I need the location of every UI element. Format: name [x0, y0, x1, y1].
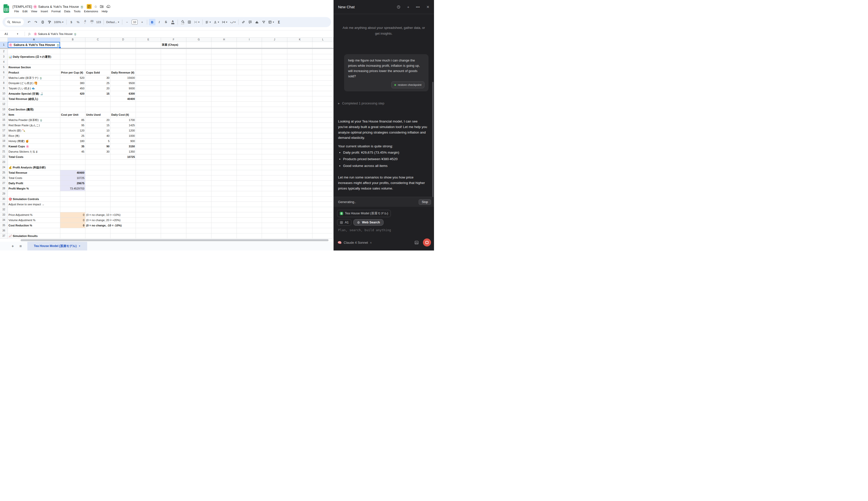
- cell-H9[interactable]: [211, 86, 237, 91]
- cell-B18[interactable]: 25: [60, 133, 85, 139]
- cell-D5[interactable]: [111, 65, 136, 70]
- cell-G13[interactable]: [186, 107, 211, 112]
- cell-H3[interactable]: [211, 54, 237, 60]
- cell-H18[interactable]: [211, 133, 237, 139]
- cell-A34[interactable]: Volume Adjustment %: [8, 217, 60, 223]
- vertical-align-button[interactable]: ▼: [213, 19, 220, 25]
- row-header-28[interactable]: 28: [0, 186, 8, 191]
- more-options-icon[interactable]: •••: [416, 5, 420, 9]
- cell-D31[interactable]: [111, 202, 136, 207]
- cell-E19[interactable]: [136, 139, 161, 144]
- cell-K16[interactable]: [287, 123, 312, 128]
- text-wrap-button[interactable]: ▼: [221, 19, 229, 25]
- cell-J10[interactable]: [262, 91, 287, 96]
- cell-G24[interactable]: [186, 165, 211, 170]
- cell-I15[interactable]: [237, 117, 262, 123]
- cell-L15[interactable]: [312, 117, 334, 123]
- cell-H4[interactable]: [211, 60, 237, 65]
- cell-I37[interactable]: [237, 233, 262, 239]
- cell-F1[interactable]: 茶屋 (Chaya): [161, 42, 186, 48]
- cell-B36[interactable]: [60, 228, 85, 233]
- insert-chart-button[interactable]: [254, 19, 260, 25]
- cell-G8[interactable]: [186, 81, 211, 86]
- cell-D7[interactable]: 15600: [111, 75, 136, 81]
- cell-D36[interactable]: [111, 228, 136, 233]
- cell-J24[interactable]: [262, 165, 287, 170]
- row-header-29[interactable]: 29: [0, 191, 8, 196]
- cell-J27[interactable]: [262, 181, 287, 186]
- insert-comment-button[interactable]: [247, 19, 253, 25]
- cell-E8[interactable]: [136, 81, 161, 86]
- cell-K33[interactable]: [287, 212, 312, 217]
- cell-B5[interactable]: [60, 65, 85, 70]
- cell-K34[interactable]: [287, 217, 312, 223]
- cell-F17[interactable]: [161, 128, 186, 133]
- column-header-D[interactable]: D: [111, 38, 136, 42]
- row-header-35[interactable]: 35: [0, 223, 8, 228]
- cell-C14[interactable]: Units Used: [85, 112, 111, 117]
- borders-button[interactable]: [186, 19, 192, 25]
- model-selector[interactable]: 🧠 Claude 4 Sonnet ∧: [337, 241, 372, 244]
- cell-L9[interactable]: [312, 86, 334, 91]
- cell-H28[interactable]: [211, 186, 237, 191]
- horizontal-align-button[interactable]: ▼: [205, 19, 212, 25]
- cell-G2[interactable]: [186, 49, 211, 54]
- cell-D6[interactable]: Daily Revenue (¥): [111, 70, 136, 75]
- cell-G15[interactable]: [186, 117, 211, 123]
- cell-C36[interactable]: [85, 228, 111, 233]
- cell-E29[interactable]: [136, 191, 161, 196]
- cell-L16[interactable]: [312, 123, 334, 128]
- cell-E22[interactable]: [136, 154, 161, 160]
- cell-B14[interactable]: Cost per Unit: [60, 112, 85, 117]
- cell-D28[interactable]: [111, 186, 136, 191]
- formula-input[interactable]: 🌸 Sakura & Yuki's Tea House 🍵: [34, 32, 77, 36]
- cell-F28[interactable]: [161, 186, 186, 191]
- cell-A4[interactable]: [8, 60, 60, 65]
- cell-J22[interactable]: [262, 154, 287, 160]
- cell-K22[interactable]: [287, 154, 312, 160]
- cell-I16[interactable]: [237, 123, 262, 128]
- cell-L36[interactable]: [312, 228, 334, 233]
- bold-button[interactable]: B: [149, 19, 156, 25]
- cell-I20[interactable]: [237, 144, 262, 149]
- cell-E12[interactable]: [136, 102, 161, 107]
- cell-K17[interactable]: [287, 128, 312, 133]
- cell-A21[interactable]: Daruma Stickers だるま: [8, 149, 60, 154]
- cell-B29[interactable]: [60, 191, 85, 196]
- cell-H2[interactable]: [211, 49, 237, 54]
- font-select[interactable]: Defaul...▼: [105, 19, 120, 25]
- cell-C29[interactable]: [85, 191, 111, 196]
- cell-H25[interactable]: [211, 170, 237, 175]
- cell-E14[interactable]: [136, 112, 161, 117]
- cell-D2[interactable]: [111, 49, 136, 54]
- cell-D21[interactable]: 1350: [111, 149, 136, 154]
- cell-L12[interactable]: [312, 102, 334, 107]
- cell-J26[interactable]: [262, 175, 287, 181]
- decrease-decimal-button[interactable]: .0←: [82, 19, 88, 25]
- cell-K4[interactable]: [287, 60, 312, 65]
- cell-I23[interactable]: [237, 160, 262, 165]
- cell-G17[interactable]: [186, 128, 211, 133]
- cell-F3[interactable]: [161, 54, 186, 60]
- cell-J30[interactable]: [262, 196, 287, 202]
- cell-A18[interactable]: Rice (米): [8, 133, 60, 139]
- cell-L11[interactable]: [312, 96, 334, 102]
- cell-F8[interactable]: [161, 81, 186, 86]
- format-percent-button[interactable]: %: [75, 19, 81, 25]
- cell-J1[interactable]: [262, 42, 287, 48]
- cell-C3[interactable]: [85, 54, 111, 60]
- cell-H33[interactable]: [211, 212, 237, 217]
- cell-G9[interactable]: [186, 86, 211, 91]
- cell-E33[interactable]: [136, 212, 161, 217]
- cell-J33[interactable]: [262, 212, 287, 217]
- cell-D16[interactable]: 1425: [111, 123, 136, 128]
- cell-H15[interactable]: [211, 117, 237, 123]
- cell-A25[interactable]: Total Revenue: [8, 170, 60, 175]
- row-header-27[interactable]: 27: [0, 181, 8, 186]
- processing-steps-toggle[interactable]: ▶ Completed 1 processing step: [338, 102, 429, 105]
- cell-D30[interactable]: [111, 196, 136, 202]
- cell-H11[interactable]: [211, 96, 237, 102]
- context-sheet-chip[interactable]: Tea House Model (茶屋モデル): [337, 210, 391, 217]
- cell-I17[interactable]: [237, 128, 262, 133]
- cell-G10[interactable]: [186, 91, 211, 96]
